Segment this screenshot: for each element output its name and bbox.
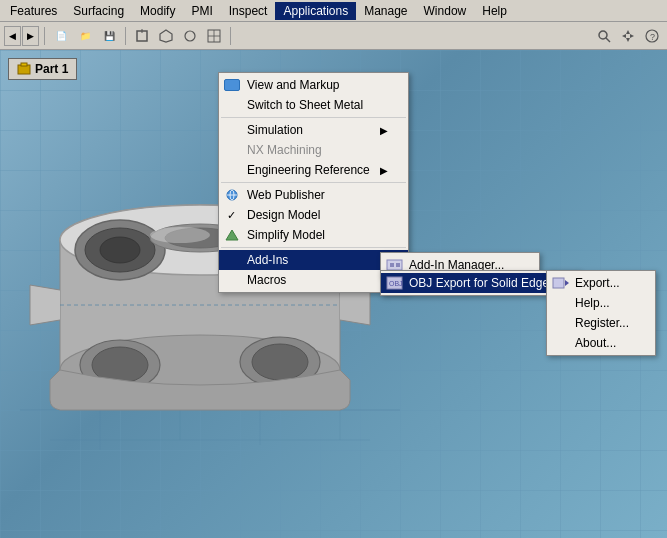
folder-icon: 📁 (80, 31, 91, 41)
menu-item-web-publisher[interactable]: Web Publisher (219, 185, 408, 205)
save-icon: 💾 (104, 31, 115, 41)
menu-item-nx-machining: NX Machining (219, 140, 408, 160)
svg-marker-2 (160, 30, 172, 42)
separator-1 (44, 27, 45, 45)
main-viewport: Part 1 View and Markup Switch to Sheet M… (0, 50, 667, 538)
svg-point-27 (100, 237, 140, 263)
svg-rect-50 (553, 278, 564, 288)
submenu-item-register[interactable]: Register... (547, 313, 655, 333)
toolbar-btn-2[interactable]: 📁 (74, 25, 96, 47)
menubar-item-inspect[interactable]: Inspect (221, 2, 276, 20)
toolbar-btn-6[interactable] (179, 25, 201, 47)
web-icon (223, 187, 241, 203)
toolbar: ◀ ▶ 📄 📁 💾 (0, 22, 667, 50)
help-icon: ? (644, 28, 660, 44)
menubar-item-modify[interactable]: Modify (132, 2, 183, 20)
toolbar-btn-3[interactable]: 💾 (98, 25, 120, 47)
svg-point-34 (252, 344, 308, 380)
menubar-item-applications[interactable]: Applications (275, 2, 356, 20)
menu-item-simplify-model[interactable]: Simplify Model (219, 225, 408, 245)
svg-marker-11 (622, 34, 626, 38)
menu-item-simulation[interactable]: Simulation ▶ (219, 120, 408, 140)
separator-3 (230, 27, 231, 45)
svg-marker-9 (626, 30, 630, 34)
globe-icon (223, 77, 241, 93)
part-title: Part 1 (35, 62, 68, 76)
check-icon: ✓ (227, 209, 236, 222)
sphere-icon (182, 28, 198, 44)
obj-export-icon: OBJ (385, 275, 405, 291)
part-icon (17, 62, 31, 76)
doc-icon: 📄 (56, 31, 67, 41)
toolbar-btn-5[interactable] (155, 25, 177, 47)
menu-item-design-model[interactable]: ✓ Design Model (219, 205, 408, 225)
svg-text:OBJ: OBJ (389, 280, 403, 287)
pan-icon (620, 28, 636, 44)
svg-text:?: ? (650, 32, 655, 42)
menu-item-engineering-ref[interactable]: Engineering Reference ▶ (219, 160, 408, 180)
menubar-item-help[interactable]: Help (474, 2, 515, 20)
svg-marker-44 (226, 230, 238, 240)
export-icon (551, 275, 571, 291)
toolbar-btn-help[interactable]: ? (641, 25, 663, 47)
toolbar-btn-7[interactable] (203, 25, 225, 47)
menubar-item-pmi[interactable]: PMI (183, 2, 220, 20)
menubar: Features Surfacing Modify PMI Inspect Ap… (0, 0, 667, 22)
simulation-arrow: ▶ (380, 125, 388, 136)
box3d-icon (158, 28, 174, 44)
mesh-icon (206, 28, 222, 44)
svg-rect-40 (21, 63, 27, 66)
svg-point-7 (599, 31, 607, 39)
objexport-submenu: Export... Help... Register... About... (546, 270, 656, 356)
engineering-arrow: ▶ (380, 165, 388, 176)
menubar-item-surfacing[interactable]: Surfacing (65, 2, 132, 20)
toolbar-btn-1[interactable]: 📄 (50, 25, 72, 47)
svg-line-8 (606, 38, 610, 42)
menubar-item-manage[interactable]: Manage (356, 2, 415, 20)
svg-marker-51 (565, 280, 569, 286)
menu-sep-3 (221, 247, 406, 248)
svg-rect-46 (390, 263, 394, 267)
menu-item-sheet-metal[interactable]: Switch to Sheet Metal (219, 95, 408, 115)
rotate-icon (134, 28, 150, 44)
back-button[interactable]: ◀ (4, 26, 21, 46)
forward-button[interactable]: ▶ (22, 26, 39, 46)
svg-marker-12 (630, 34, 634, 38)
objexport-submenu-container: Export... Help... Register... About... (546, 270, 656, 356)
submenu-item-export[interactable]: Export... (547, 273, 655, 293)
svg-rect-47 (396, 263, 400, 267)
submenu-item-help[interactable]: Help... (547, 293, 655, 313)
menubar-item-window[interactable]: Window (416, 2, 475, 20)
svg-point-37 (150, 227, 210, 243)
menubar-item-features[interactable]: Features (2, 2, 65, 20)
zoom-icon (596, 28, 612, 44)
separator-2 (125, 27, 126, 45)
toolbar-btn-4[interactable] (131, 25, 153, 47)
toolbar-btn-zoom[interactable] (593, 25, 615, 47)
svg-point-3 (185, 31, 195, 41)
nav-arrows: ◀ ▶ (4, 26, 39, 46)
simplify-icon (223, 227, 241, 243)
svg-marker-10 (626, 38, 630, 42)
submenu-item-about[interactable]: About... (547, 333, 655, 353)
toolbar-btn-pan[interactable] (617, 25, 639, 47)
menu-item-view-markup[interactable]: View and Markup (219, 75, 408, 95)
menu-sep-2 (221, 182, 406, 183)
menu-sep-1 (221, 117, 406, 118)
part-label: Part 1 (8, 58, 77, 80)
